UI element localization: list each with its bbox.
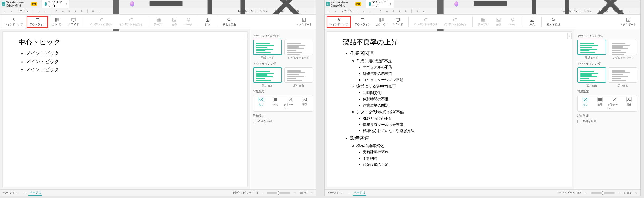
bg-solid[interactable]: 無地 — [594, 97, 607, 110]
doc-title[interactable]: 中心トピック — [18, 37, 231, 47]
mindmap-button[interactable]: マインドマップ — [2, 16, 25, 28]
collapse-ribbon-icon[interactable] — [635, 10, 638, 12]
zoom-dropdown-icon[interactable] — [635, 192, 638, 194]
slide-button[interactable]: スライド — [390, 16, 405, 28]
menu-button[interactable] — [333, 9, 337, 13]
paper-mode-option[interactable]: 用紙モード — [253, 40, 282, 60]
document-tab[interactable]: マインドマップ1 — [42, 0, 69, 8]
file-menu[interactable]: ファイル — [340, 8, 354, 13]
bg-gradient[interactable]: グラデーシ… — [284, 97, 297, 110]
list-item[interactable]: 作業者関連作業手順の理解不足マニュアルの不備研修体制の未整備コミュニケーション不… — [350, 49, 556, 134]
bg-image[interactable]: 画像 — [622, 97, 635, 110]
collapse-ribbon-icon[interactable] — [311, 10, 313, 12]
list-item[interactable]: 予算制約 — [363, 155, 556, 162]
zoom-slider[interactable] — [267, 192, 290, 194]
page-selector[interactable]: ページ-1 — [3, 191, 18, 195]
regular-mode-option[interactable]: レギュラーモード — [609, 40, 637, 60]
bg-gradient[interactable]: グラデーシ… — [608, 97, 621, 110]
transparent-checkbox[interactable]: 透明な用紙 — [253, 119, 313, 123]
list-item[interactable]: 引継ぎ時間の不足 — [363, 115, 556, 122]
list-item[interactable]: 更新計画の遅れ — [363, 149, 556, 155]
bg-none[interactable]: なし — [255, 97, 268, 110]
list-item[interactable]: メイントピック — [26, 58, 231, 66]
list-item[interactable]: 設備関連機械の経年劣化更新計画の遅れ予算制約代替設備の不足 — [350, 134, 556, 168]
presentation-button[interactable]: プレゼンテーション — [561, 8, 593, 13]
list-item[interactable]: 作業手順の理解不足マニュアルの不備研修体制の未整備コミュニケーション不足 — [356, 58, 556, 83]
save-button[interactable] — [391, 9, 395, 13]
dropdown-icon[interactable] — [104, 10, 106, 12]
wide-option[interactable]: 広い画面 — [284, 67, 313, 87]
list-item[interactable]: 代替設備の不足 — [363, 162, 556, 168]
saveas-button[interactable] — [404, 9, 408, 13]
list-item[interactable]: 休憩時間の不足 — [363, 96, 556, 102]
zoom-slider[interactable] — [591, 192, 615, 194]
open-button[interactable] — [385, 9, 389, 13]
new-button[interactable] — [379, 9, 382, 13]
add-page-button[interactable]: + — [24, 191, 26, 195]
slide-button[interactable]: スライド — [66, 16, 81, 28]
panel-toggle-button[interactable]: › — [243, 33, 247, 39]
bg-solid[interactable]: 無地 — [269, 97, 282, 110]
more-button[interactable] — [628, 10, 631, 13]
zoom-out-button[interactable]: − — [262, 191, 263, 195]
redo-button[interactable] — [367, 9, 371, 13]
insert-button[interactable]: 挿入 — [201, 16, 214, 28]
doc-title[interactable]: 製品不良率の上昇 — [343, 37, 556, 47]
file-menu[interactable]: ファイル — [16, 8, 29, 13]
paper-mode-option[interactable]: 用紙モード — [577, 40, 606, 60]
share-button[interactable]: 共有 — [288, 8, 300, 13]
page-tab[interactable]: ページ-1 — [353, 190, 366, 196]
post-button[interactable]: 投稿 — [273, 8, 285, 13]
post-button[interactable]: 投稿 — [597, 8, 609, 13]
list-item[interactable]: 情報共有ツールの未整備 — [363, 122, 556, 128]
mindmap-button[interactable]: マインドマップ — [327, 16, 351, 28]
add-page-button[interactable]: + — [348, 191, 350, 195]
list-item[interactable]: 長時間労働 — [363, 90, 556, 96]
edit-button[interactable] — [98, 9, 101, 13]
back-button[interactable] — [3, 9, 7, 13]
narrow-option[interactable]: 狭い画面 — [577, 67, 606, 87]
image-button[interactable] — [415, 9, 419, 13]
bg-none[interactable]: なし — [579, 97, 592, 110]
image-button[interactable] — [91, 9, 95, 13]
export-button[interactable]: エクスポート — [618, 16, 638, 28]
zoom-out-button[interactable]: − — [586, 191, 587, 195]
panel-toggle-button[interactable]: › — [567, 33, 572, 39]
regular-mode-option[interactable]: レギュラーモード — [284, 40, 313, 60]
wide-option[interactable]: 広い画面 — [609, 67, 637, 87]
export-button[interactable]: エクスポート — [294, 16, 314, 28]
outline-button[interactable]: アウトライン — [352, 16, 372, 28]
outline-button[interactable]: アウトライン — [27, 16, 48, 28]
list-item[interactable]: マニュアルの不備 — [363, 64, 556, 70]
redo-button[interactable] — [43, 9, 47, 13]
print-button[interactable] — [398, 9, 401, 13]
dropdown-icon[interactable] — [428, 10, 431, 12]
more-button[interactable] — [304, 10, 307, 13]
list-item[interactable]: 標準化されていない引継ぎ方法 — [363, 128, 556, 134]
back-button[interactable] — [327, 9, 331, 13]
new-button[interactable] — [55, 9, 58, 13]
menu-button[interactable] — [9, 9, 13, 13]
share-button[interactable]: 共有 — [613, 8, 624, 13]
document-tab[interactable]: マインドマップ1 — [366, 0, 394, 8]
presentation-button[interactable]: プレゼンテーション — [237, 8, 269, 13]
find-button[interactable]: 検索と置換 — [221, 16, 238, 28]
page-tab[interactable]: ページ-1 — [28, 190, 42, 196]
list-item[interactable]: 機械の経年劣化更新計画の遅れ予算制約代替設備の不足 — [356, 142, 556, 168]
open-button[interactable] — [61, 9, 65, 13]
list-item[interactable]: 作業環境の問題 — [363, 102, 556, 109]
print-button[interactable] — [74, 9, 77, 13]
list-item[interactable]: コミュニケーション不足 — [363, 77, 556, 83]
kanban-button[interactable]: カンバン — [50, 16, 65, 28]
list-item[interactable]: メイントピック — [26, 49, 231, 58]
undo-button[interactable] — [361, 9, 365, 13]
list-item[interactable]: シフト交代時の引継ぎ不備引継ぎ時間の不足情報共有ツールの未整備標準化されていない… — [356, 109, 556, 134]
canvas[interactable]: › 中心トピック メイントピックメイントピックメイントピック — [2, 31, 248, 187]
page-selector[interactable]: ページ-1 — [327, 191, 343, 195]
edit-button[interactable] — [422, 9, 425, 13]
canvas[interactable]: › 製品不良率の上昇作業者関連作業手順の理解不足マニュアルの不備研修体制の未整備… — [327, 31, 572, 187]
ai-orb-icon[interactable] — [130, 1, 134, 7]
saveas-button[interactable] — [80, 9, 84, 13]
kanban-button[interactable]: カンバン — [374, 16, 389, 28]
list-item[interactable]: 研修体制の未整備 — [363, 70, 556, 77]
